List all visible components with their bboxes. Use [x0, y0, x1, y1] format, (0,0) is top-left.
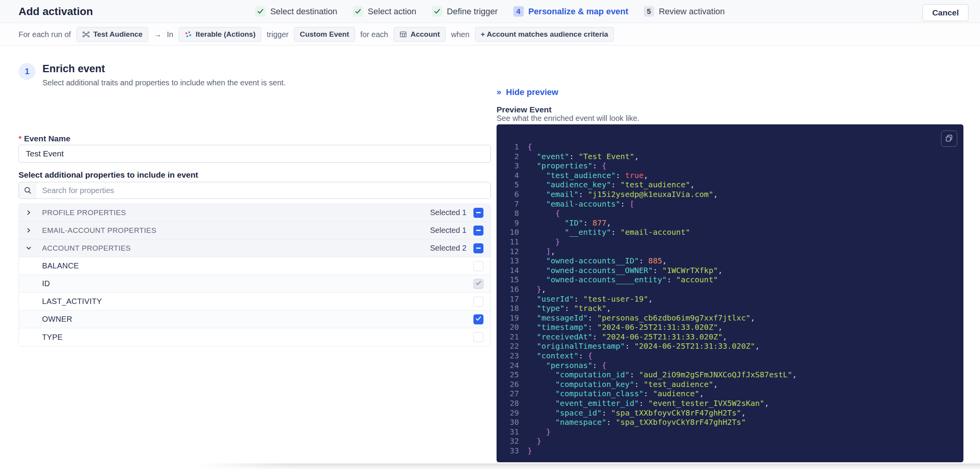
preview-event-subtitle: See what the enriched event will look li… — [497, 114, 639, 123]
code-text: "owned-accounts____entity": "account" — [527, 275, 718, 285]
line-number: 2 — [497, 152, 519, 161]
code-line: 23 "context": { — [497, 351, 963, 361]
property-search — [19, 182, 491, 199]
property-list: PROFILE PROPERTIESSelected 1EMAIL-ACCOUN… — [19, 204, 491, 346]
entity-chip[interactable]: Account — [394, 27, 446, 42]
stepper: Select destinationSelect actionDefine tr… — [255, 6, 725, 17]
cancel-button[interactable]: Cancel — [923, 4, 968, 21]
line-number: 14 — [497, 266, 519, 275]
code-text: ], — [527, 247, 555, 256]
code-text: "computation_key": "test_audience", — [527, 380, 718, 389]
page-title: Add activation — [19, 5, 93, 18]
step-personalize-map-event[interactable]: 4Personalize & map event — [513, 6, 628, 17]
chevron-right-icon[interactable] — [26, 210, 31, 215]
copy-button[interactable] — [941, 131, 957, 147]
section-select-checkbox[interactable] — [473, 243, 483, 253]
chevron-down-icon[interactable] — [26, 246, 31, 251]
code-line: 6 "email": "j15i2ysedp@k1euxaIVia.com", — [497, 190, 963, 199]
property-label: LAST_ACTIVITY — [42, 297, 102, 306]
step-define-trigger[interactable]: Define trigger — [432, 6, 498, 17]
code-line: 25 "computation_id": "aud_2iO9m2gSFmJNXC… — [497, 370, 963, 380]
code-line: 19 "messageId": "personas_cb6zdbo6im9g7x… — [497, 313, 963, 323]
code-text: { — [527, 142, 532, 152]
line-number: 9 — [497, 218, 519, 228]
code-text: } — [527, 446, 532, 456]
code-line: 22 "originalTimestamp": "2024-06-25T21:3… — [497, 341, 963, 351]
code-text: } — [527, 436, 541, 446]
code-text: { — [527, 209, 560, 218]
step-label: Select action — [368, 7, 416, 17]
line-number: 30 — [497, 417, 519, 427]
criteria-chip[interactable]: + Account matches audience criteria — [475, 27, 614, 42]
code-line: 1{ — [497, 142, 963, 152]
check-icon — [475, 280, 482, 288]
audience-chip[interactable]: Test Audience — [76, 27, 149, 42]
section-email-account-properties[interactable]: EMAIL-ACCOUNT PROPERTIESSelected 1 — [19, 222, 490, 239]
code-text: "timestamp": "2024-06-25T21:31:33.020Z", — [527, 322, 723, 332]
section-select-checkbox[interactable] — [473, 226, 483, 236]
property-label: ID — [42, 279, 50, 288]
code-line: 17 "userId": "test-user-19", — [497, 294, 963, 304]
property-row-last-activity[interactable]: LAST_ACTIVITY — [19, 293, 490, 311]
event-name-input[interactable] — [19, 145, 491, 163]
code-line: 30 "namespace": "spa_tXXbfoyvCkY8rF47ghH… — [497, 417, 963, 427]
code-line: 7 "email-accounts": [ — [497, 199, 963, 209]
additional-properties-label: Select additional properties to include … — [19, 170, 198, 180]
line-number: 11 — [497, 237, 519, 247]
section-profile-properties[interactable]: PROFILE PROPERTIESSelected 1 — [19, 204, 490, 222]
step-select-destination[interactable]: Select destination — [255, 6, 337, 17]
line-number: 18 — [497, 304, 519, 313]
step-check-icon — [432, 6, 442, 17]
code-line: 2 "event": "Test Event", — [497, 152, 963, 161]
event-name-label: *Event Name — [19, 134, 70, 143]
hide-preview-link[interactable]: » Hide preview — [497, 87, 558, 97]
check-icon — [475, 316, 482, 323]
section-select-checkbox[interactable] — [473, 208, 483, 218]
property-row-balance[interactable]: BALANCE — [19, 257, 490, 275]
step-review-activation[interactable]: 5Review activation — [644, 6, 725, 17]
property-label: BALANCE — [42, 261, 79, 270]
code-line: 4 "test_audience": true, — [497, 171, 963, 180]
section-account-properties[interactable]: ACCOUNT PROPERTIESSelected 2 — [19, 239, 490, 257]
code-line: 3 "properties": { — [497, 161, 963, 171]
line-number: 22 — [497, 341, 519, 351]
line-number: 20 — [497, 322, 519, 332]
code-line: 18 "type": "track", — [497, 304, 963, 313]
line-number: 26 — [497, 380, 519, 389]
property-checkbox[interactable] — [473, 314, 483, 324]
audience-icon — [82, 31, 90, 38]
code-lines: 1{2 "event": "Test Event",3 "properties"… — [497, 142, 963, 456]
code-line: 32 } — [497, 436, 963, 446]
code-line: 15 "owned-accounts____entity": "account" — [497, 275, 963, 285]
destination-chip[interactable]: Iterable (Actions) — [179, 27, 261, 42]
code-text: "type": "track", — [527, 304, 611, 313]
when-label: when — [451, 30, 470, 39]
event-type-chip[interactable]: Custom Event — [294, 27, 355, 42]
iterable-logo-icon — [184, 31, 192, 38]
step-select-action[interactable]: Select action — [353, 6, 416, 17]
property-row-type[interactable]: TYPE — [19, 328, 490, 346]
for-each-label: for each — [360, 30, 388, 39]
criteria-chip-label: + Account matches audience criteria — [481, 30, 608, 39]
code-text: } — [527, 237, 560, 247]
property-checkbox[interactable] — [473, 261, 483, 271]
code-line: 12 ], — [497, 247, 963, 256]
code-line: 5 "audience_key": "test_audience", — [497, 180, 963, 190]
line-number: 7 — [497, 199, 519, 209]
search-input[interactable] — [37, 182, 490, 199]
line-number: 15 — [497, 275, 519, 285]
section-label: ACCOUNT PROPERTIES — [42, 244, 131, 253]
property-row-owner[interactable]: OWNER — [19, 311, 490, 328]
line-number: 10 — [497, 227, 519, 237]
line-number: 28 — [497, 399, 519, 408]
property-checkbox[interactable] — [473, 332, 483, 342]
line-number: 33 — [497, 446, 519, 456]
property-checkbox[interactable] — [473, 297, 483, 307]
chevron-right-icon[interactable] — [26, 228, 31, 233]
code-text: "audience_key": "test_audience", — [527, 180, 695, 190]
property-row-id[interactable]: ID — [19, 275, 490, 293]
code-text: "namespace": "spa_tXXbfoyvCkY8rF47ghH2Ts… — [527, 417, 746, 427]
search-icon — [19, 182, 37, 199]
code-line: 26 "computation_key": "test_audience", — [497, 380, 963, 389]
property-checkbox[interactable] — [473, 279, 483, 289]
